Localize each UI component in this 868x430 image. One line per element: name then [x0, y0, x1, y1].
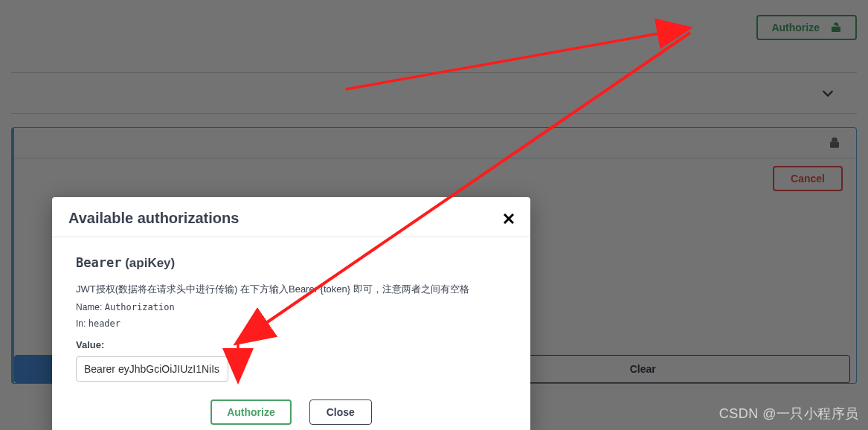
authorize-button-label: Authorize — [771, 22, 820, 33]
modal-body: Bearer (apiKey) JWT授权(数据将在请求头中进行传输) 在下方输… — [52, 237, 530, 395]
modal-title: Available authorizations — [68, 210, 239, 227]
auth-scheme-title: Bearer (apiKey) — [76, 255, 507, 271]
operation-toolbar: Cancel — [14, 158, 856, 199]
close-icon[interactable] — [504, 214, 514, 224]
authorize-button[interactable]: Authorize — [756, 15, 857, 40]
modal-authorize-button[interactable]: Authorize — [210, 399, 292, 425]
auth-meta-in: In: header — [76, 318, 507, 329]
auth-meta-name-label: Name — [76, 302, 100, 312]
auth-description: JWT授权(数据将在请求头中进行传输) 在下方输入Bearer {token} … — [76, 283, 507, 296]
top-toolbar: Authorize — [11, 11, 857, 59]
value-input[interactable] — [76, 356, 228, 382]
modal-footer: Authorize Close — [52, 395, 530, 430]
auth-scheme-kind: (apiKey) — [125, 256, 175, 270]
auth-meta-in-value: header — [89, 318, 120, 329]
authorize-modal: Available authorizations Bearer (apiKey)… — [52, 197, 530, 430]
watermark: CSDN @一只小程序员 — [719, 405, 859, 423]
auth-scheme-name: Bearer — [76, 255, 121, 270]
lock-unlocked-icon — [830, 22, 842, 33]
cancel-button[interactable]: Cancel — [773, 166, 843, 191]
modal-close-button[interactable]: Close — [309, 399, 372, 425]
auth-meta-name: Name: Authorization — [76, 302, 507, 312]
lock-icon — [828, 136, 841, 150]
svg-rect-0 — [830, 142, 839, 148]
operation-titlebar[interactable] — [14, 128, 856, 158]
value-label: Value: — [76, 339, 507, 350]
auth-meta-name-value: Authorization — [105, 302, 175, 312]
modal-header: Available authorizations — [52, 197, 530, 237]
tag-header[interactable] — [11, 72, 857, 114]
auth-meta-in-label: In — [76, 318, 83, 329]
chevron-down-icon — [820, 85, 836, 101]
